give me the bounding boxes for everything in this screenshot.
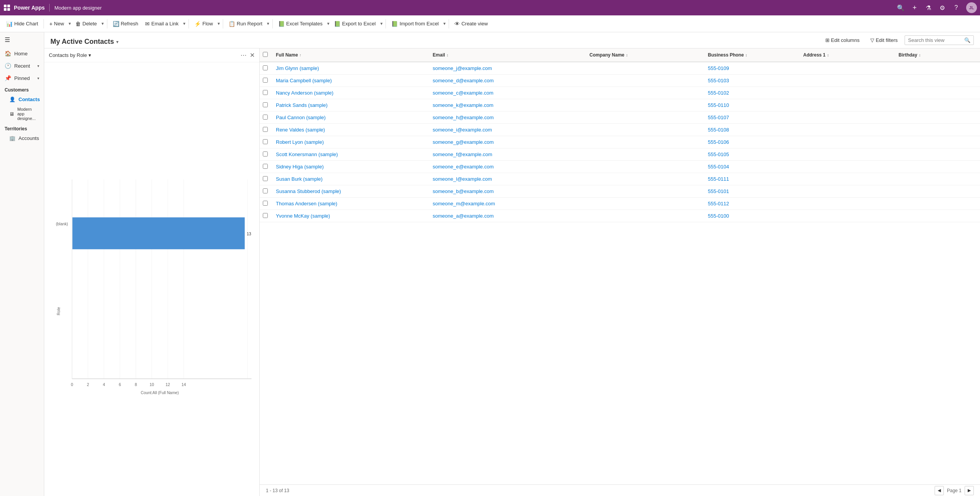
row-checkbox-0[interactable] [263, 65, 274, 72]
cell-email-7[interactable]: someone_f@example.com [431, 151, 588, 157]
import-dropdown-arrow[interactable]: ▼ [442, 22, 446, 26]
search-box[interactable]: 🔍 [905, 35, 974, 45]
cell-email-12[interactable]: someone_a@example.com [431, 213, 588, 219]
row-checkbox-5[interactable] [263, 127, 274, 133]
table-row[interactable]: Yvonne McKay (sample) someone_a@example.… [260, 210, 980, 222]
cell-phone-10[interactable]: 555-0101 [706, 188, 802, 194]
cell-email-3[interactable]: someone_k@example.com [431, 102, 588, 108]
import-excel-button[interactable]: 📗 Import from Excel [388, 19, 442, 28]
cell-email-9[interactable]: someone_l@example.com [431, 176, 588, 182]
export-excel-button[interactable]: 📗 Export to Excel [331, 19, 379, 28]
email-link-button[interactable]: ✉ Email a Link [142, 19, 182, 28]
export-dropdown-arrow[interactable]: ▼ [380, 22, 384, 26]
select-all-checkbox[interactable] [263, 52, 274, 58]
row-checkbox-9[interactable] [263, 176, 274, 182]
table-row[interactable]: Susanna Stubberod (sample) someone_b@exa… [260, 185, 980, 198]
cell-fullname-1[interactable]: Maria Campbell (sample) [274, 78, 431, 83]
cell-fullname-8[interactable]: Sidney Higa (sample) [274, 164, 431, 170]
cell-phone-9[interactable]: 555-0111 [706, 176, 802, 182]
table-row[interactable]: Nancy Anderson (sample) someone_c@exampl… [260, 87, 980, 99]
sidebar-item-home[interactable]: 🏠 Home [0, 47, 44, 60]
cell-phone-6[interactable]: 555-0106 [706, 139, 802, 145]
filter-icon[interactable]: ⚗ [925, 4, 932, 12]
new-button[interactable]: + New [46, 19, 67, 28]
edit-filters-button[interactable]: ▽ Edit filters [866, 36, 902, 45]
bar-blank[interactable] [72, 217, 245, 249]
flow-dropdown-arrow[interactable]: ▼ [217, 22, 220, 26]
cell-email-0[interactable]: someone_j@example.com [431, 65, 588, 71]
chart-title-chevron[interactable]: ▾ [88, 52, 91, 58]
add-icon[interactable]: + [911, 4, 918, 12]
settings-icon[interactable]: ⚙ [938, 4, 946, 12]
search-input[interactable] [908, 37, 962, 43]
flow-button[interactable]: ⚡ Flow [191, 19, 216, 28]
cell-email-10[interactable]: someone_b@example.com [431, 188, 588, 194]
sidebar-item-modern-app[interactable]: 🖥 Modern app designe... [0, 105, 44, 123]
cell-phone-0[interactable]: 555-0109 [706, 65, 802, 71]
col-header-company[interactable]: Company Name ↕ [588, 52, 706, 58]
cell-email-11[interactable]: someone_m@example.com [431, 201, 588, 206]
cell-email-8[interactable]: someone_e@example.com [431, 164, 588, 170]
col-header-birthday[interactable]: Birthday ↕ [897, 52, 977, 58]
chart-options-icon[interactable]: ⋯ [240, 52, 247, 59]
sidebar-item-accounts[interactable]: 🏢 Accounts [0, 133, 44, 143]
row-checkbox-2[interactable] [263, 90, 274, 96]
cell-fullname-3[interactable]: Patrick Sands (sample) [274, 102, 431, 108]
sidebar-item-recent[interactable]: 🕐 Recent ▾ [0, 60, 44, 72]
hide-chart-button[interactable]: 📊 Hide Chart [3, 19, 41, 28]
prev-page-button[interactable]: ◀ [935, 486, 944, 495]
view-title-chevron[interactable]: ▾ [116, 39, 119, 45]
cell-fullname-11[interactable]: Thomas Andersen (sample) [274, 201, 431, 206]
cell-phone-12[interactable]: 555-0100 [706, 213, 802, 219]
table-row[interactable]: Maria Campbell (sample) someone_d@exampl… [260, 75, 980, 87]
cell-phone-1[interactable]: 555-0103 [706, 78, 802, 83]
cell-phone-4[interactable]: 555-0107 [706, 115, 802, 120]
next-page-button[interactable]: ▶ [965, 486, 974, 495]
cell-fullname-6[interactable]: Robert Lyon (sample) [274, 139, 431, 145]
table-row[interactable]: Robert Lyon (sample) someone_g@example.c… [260, 136, 980, 148]
cell-email-1[interactable]: someone_d@example.com [431, 78, 588, 83]
row-checkbox-3[interactable] [263, 102, 274, 108]
row-checkbox-4[interactable] [263, 115, 274, 121]
row-checkbox-6[interactable] [263, 139, 274, 145]
hamburger-menu[interactable]: ☰ [0, 32, 44, 47]
cell-email-5[interactable]: someone_i@example.com [431, 127, 588, 133]
delete-button[interactable]: 🗑 Delete [72, 19, 100, 28]
cell-fullname-12[interactable]: Yvonne McKay (sample) [274, 213, 431, 219]
row-checkbox-1[interactable] [263, 78, 274, 84]
select-all-input[interactable] [263, 52, 268, 57]
cell-phone-3[interactable]: 555-0110 [706, 102, 802, 108]
create-view-button[interactable]: 👁 Create view [451, 19, 491, 28]
excel-templates-dropdown[interactable]: ▼ [326, 22, 330, 26]
col-header-address[interactable]: Address 1 ↕ [801, 52, 897, 58]
table-row[interactable]: Thomas Andersen (sample) someone_m@examp… [260, 198, 980, 210]
table-row[interactable]: Patrick Sands (sample) someone_k@example… [260, 99, 980, 112]
cell-phone-8[interactable]: 555-0104 [706, 164, 802, 170]
cell-fullname-5[interactable]: Rene Valdes (sample) [274, 127, 431, 133]
cell-fullname-4[interactable]: Paul Cannon (sample) [274, 115, 431, 120]
cell-email-4[interactable]: someone_h@example.com [431, 115, 588, 120]
row-checkbox-10[interactable] [263, 188, 274, 195]
cell-phone-11[interactable]: 555-0112 [706, 201, 802, 206]
cell-fullname-2[interactable]: Nancy Anderson (sample) [274, 90, 431, 96]
table-row[interactable]: Susan Burk (sample) someone_l@example.co… [260, 173, 980, 185]
table-row[interactable]: Paul Cannon (sample) someone_h@example.c… [260, 112, 980, 124]
col-header-email[interactable]: Email ↕ [431, 52, 588, 58]
col-header-fullname[interactable]: Full Name ↑ [274, 52, 431, 58]
cell-fullname-0[interactable]: Jim Glynn (sample) [274, 65, 431, 71]
row-checkbox-7[interactable] [263, 151, 274, 158]
help-icon[interactable]: ? [952, 4, 960, 12]
cell-fullname-7[interactable]: Scott Konersmann (sample) [274, 151, 431, 157]
email-dropdown-arrow[interactable]: ▼ [182, 22, 186, 26]
row-checkbox-8[interactable] [263, 164, 274, 170]
table-row[interactable]: Rene Valdes (sample) someone_i@example.c… [260, 124, 980, 136]
edit-columns-button[interactable]: ⊞ Edit columns [821, 36, 863, 45]
table-row[interactable]: Scott Konersmann (sample) someone_f@exam… [260, 148, 980, 161]
sidebar-item-contacts[interactable]: 👤 Contacts [0, 94, 44, 105]
col-header-phone[interactable]: Business Phone ↕ [706, 52, 802, 58]
avatar[interactable]: JL [966, 2, 977, 13]
cell-email-2[interactable]: someone_c@example.com [431, 90, 588, 96]
new-dropdown-arrow[interactable]: ▼ [68, 22, 72, 26]
cell-phone-7[interactable]: 555-0105 [706, 151, 802, 157]
table-row[interactable]: Jim Glynn (sample) someone_j@example.com… [260, 62, 980, 75]
